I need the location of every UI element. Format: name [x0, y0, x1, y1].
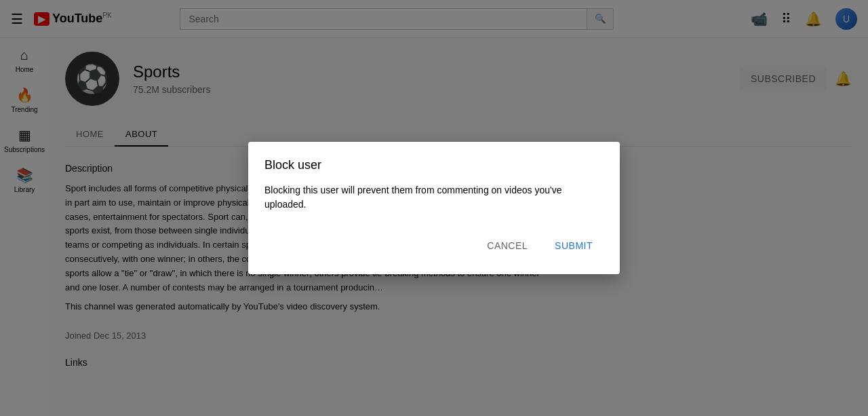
- cancel-button[interactable]: CANCEL: [476, 233, 538, 258]
- modal-overlay: Block user Blocking this user will preve…: [0, 0, 868, 416]
- block-user-dialog: Block user Blocking this user will preve…: [248, 142, 620, 274]
- dialog-message: Blocking this user will prevent them fro…: [264, 183, 604, 212]
- dialog-actions: CANCEL SUBMIT: [264, 233, 604, 258]
- submit-button[interactable]: SUBMIT: [544, 233, 604, 258]
- dialog-title: Block user: [264, 158, 604, 172]
